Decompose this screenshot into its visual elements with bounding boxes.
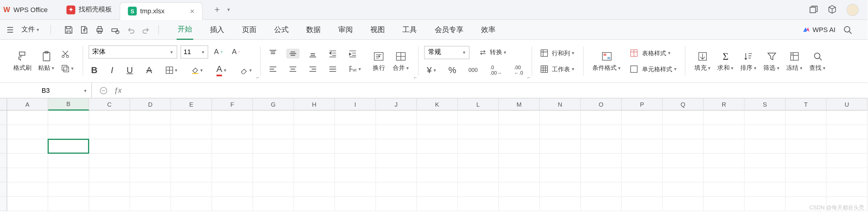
cell[interactable] xyxy=(212,154,253,168)
cell[interactable] xyxy=(499,197,540,211)
cell[interactable] xyxy=(171,125,212,140)
cell[interactable] xyxy=(622,154,662,168)
cell[interactable] xyxy=(253,197,294,211)
cell[interactable] xyxy=(212,125,253,140)
close-icon[interactable]: × xyxy=(190,7,194,15)
cell[interactable] xyxy=(622,111,662,125)
italic-button[interactable]: I xyxy=(108,64,116,76)
cell[interactable] xyxy=(89,168,130,182)
border-button[interactable]: ▾ xyxy=(163,65,181,75)
cell[interactable] xyxy=(253,154,294,168)
cell[interactable] xyxy=(827,182,867,197)
cell[interactable] xyxy=(581,139,622,154)
cell[interactable] xyxy=(458,111,499,125)
fill-button[interactable]: 填充 ▾ xyxy=(691,49,714,73)
cell[interactable] xyxy=(171,139,212,154)
tab-docer[interactable]: ✦ 找稻壳模板 xyxy=(59,1,120,18)
cell[interactable] xyxy=(745,154,785,168)
cell[interactable] xyxy=(376,154,417,168)
cell[interactable] xyxy=(540,125,581,140)
cell[interactable] xyxy=(171,154,212,168)
cell[interactable] xyxy=(458,139,499,154)
cell[interactable] xyxy=(622,125,662,140)
undo-icon[interactable] xyxy=(126,25,135,34)
cell[interactable] xyxy=(48,197,89,211)
cell[interactable] xyxy=(130,154,171,168)
bold-button[interactable]: B xyxy=(88,64,100,76)
column-header[interactable]: L xyxy=(458,99,499,111)
cell[interactable] xyxy=(622,182,662,197)
number-format-select[interactable]: 常规▾ xyxy=(424,46,470,59)
cell[interactable] xyxy=(417,168,458,182)
column-header[interactable]: O xyxy=(581,99,622,111)
cond-format-button[interactable]: 条件格式 ▾ xyxy=(589,49,624,73)
column-header[interactable]: M xyxy=(499,99,540,111)
chevron-down-icon[interactable]: ▾ xyxy=(227,7,230,13)
cell[interactable] xyxy=(89,154,130,168)
copy-button[interactable]: ▾ xyxy=(58,63,76,74)
row-header[interactable] xyxy=(0,139,7,154)
cell[interactable] xyxy=(745,182,785,197)
cell[interactable] xyxy=(335,111,376,125)
align-left-button[interactable] xyxy=(267,64,280,74)
cell[interactable] xyxy=(458,154,499,168)
row-header[interactable] xyxy=(0,168,7,182)
cell[interactable] xyxy=(335,168,376,182)
cell[interactable] xyxy=(540,154,581,168)
cell[interactable] xyxy=(827,111,867,125)
cell[interactable] xyxy=(294,168,335,182)
cell[interactable] xyxy=(417,182,458,197)
cell[interactable] xyxy=(376,111,417,125)
cell[interactable] xyxy=(581,182,622,197)
cell[interactable] xyxy=(663,197,704,211)
cell[interactable] xyxy=(458,125,499,140)
select-all-corner[interactable] xyxy=(0,99,7,111)
cell[interactable] xyxy=(48,111,89,125)
cell[interactable] xyxy=(253,139,294,154)
cell[interactable] xyxy=(89,111,130,125)
cell[interactable] xyxy=(417,125,458,140)
ribbon-tab-member[interactable]: 会员专享 xyxy=(434,20,464,39)
convert-button[interactable]: 转换▾ xyxy=(476,47,509,58)
cell[interactable] xyxy=(335,139,376,154)
cell[interactable] xyxy=(294,139,335,154)
rowcol-button[interactable]: 行和列▾ xyxy=(538,48,578,58)
align-bottom-button[interactable] xyxy=(307,48,320,58)
merge-button[interactable]: 合并 ▾ xyxy=(390,49,412,73)
column-header[interactable]: K xyxy=(417,99,458,111)
new-tab-button[interactable]: ＋ xyxy=(209,4,226,15)
cell[interactable] xyxy=(335,125,376,140)
cell[interactable] xyxy=(540,182,581,197)
sum-button[interactable]: Σ 求和 ▾ xyxy=(714,49,737,73)
column-header[interactable]: I xyxy=(335,99,376,111)
cell[interactable] xyxy=(499,125,540,140)
cell[interactable] xyxy=(786,111,827,125)
cancel-formula-icon[interactable] xyxy=(99,86,107,94)
ribbon-tab-data[interactable]: 数据 xyxy=(305,20,321,39)
column-header[interactable]: N xyxy=(540,99,581,111)
cell[interactable] xyxy=(48,125,89,140)
cell[interactable] xyxy=(212,168,253,182)
find-button[interactable]: 查找 ▾ xyxy=(806,49,829,73)
cell[interactable] xyxy=(7,125,48,140)
cell[interactable] xyxy=(212,111,253,125)
comma-button[interactable]: 000 xyxy=(466,66,480,74)
wrap-text-button[interactable]: 换行 xyxy=(369,49,390,73)
cell[interactable] xyxy=(417,197,458,211)
print-icon[interactable] xyxy=(95,25,104,34)
cell[interactable] xyxy=(335,154,376,168)
window-restore-icon[interactable] xyxy=(809,5,819,15)
cell[interactable] xyxy=(827,168,867,182)
cell[interactable] xyxy=(622,197,662,211)
export-icon[interactable] xyxy=(80,25,89,34)
cell[interactable] xyxy=(130,182,171,197)
column-header[interactable]: H xyxy=(294,99,335,111)
cell[interactable] xyxy=(663,182,704,197)
cell[interactable] xyxy=(212,182,253,197)
cell[interactable] xyxy=(89,197,130,211)
column-header[interactable]: F xyxy=(212,99,253,111)
column-header[interactable]: P xyxy=(622,99,662,111)
tab-file-active[interactable]: S tmp.xlsx × xyxy=(120,2,203,20)
cell[interactable] xyxy=(7,182,48,197)
cell[interactable] xyxy=(499,182,540,197)
